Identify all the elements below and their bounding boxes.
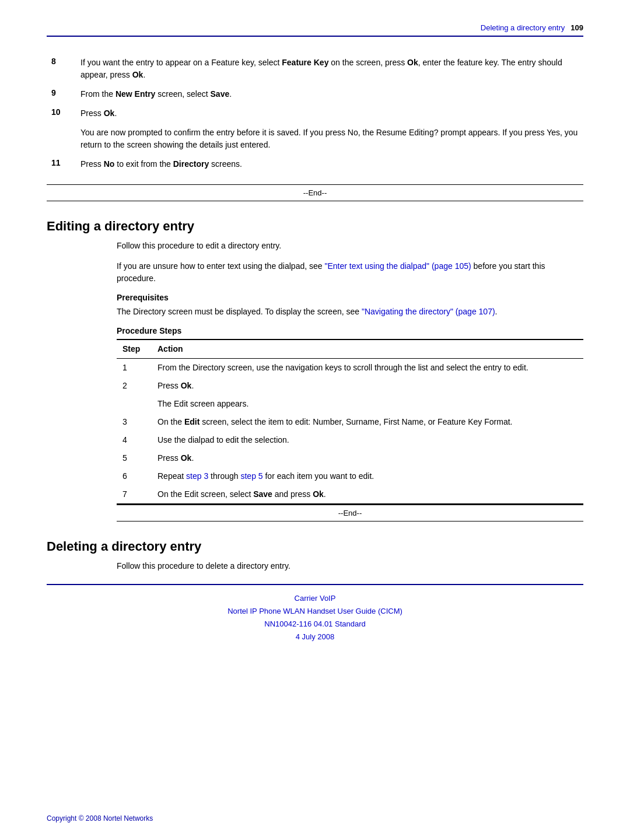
table-row: 1 From the Directory screen, use the nav… (117, 359, 583, 377)
editing-dialpad-note: If you are unsure how to enter text usin… (117, 260, 583, 285)
page: Deleting a directory entry 109 8 If you … (0, 0, 630, 840)
footer-line2: Nortel IP Phone WLAN Handset User Guide … (47, 605, 583, 618)
table-row: 10 Press Ok. (47, 105, 583, 124)
end-marker-editing: --End-- (117, 505, 583, 522)
step-number: 1 (117, 359, 152, 377)
table-header-row: Step Action (117, 340, 583, 359)
copyright-text: Copyright © 2008 Nortel Networks (47, 814, 153, 822)
prerequisites-content: The Directory screen must be displayed. … (117, 306, 583, 318)
step-number: 5 (117, 449, 152, 467)
editing-section: Editing a directory entry Follow this pr… (47, 219, 583, 522)
table-row: 4 Use the dialpad to edit the selection. (117, 431, 583, 449)
step-content: If you want the entry to appear on a Fea… (76, 54, 583, 86)
step-content: Press Ok. (76, 105, 583, 124)
col-header-step: Step (117, 340, 152, 359)
step3-link[interactable]: step 3 (186, 471, 208, 481)
table-row: 7 On the Edit screen, select Save and pr… (117, 485, 583, 504)
step-action: On the Edit screen, select the item to e… (152, 413, 583, 431)
step-action: Repeat step 3 through step 5 for each it… (152, 467, 583, 485)
deleting-section-title: Deleting a directory entry (47, 539, 583, 554)
page-header: Deleting a directory entry 109 (47, 23, 583, 37)
table-row: 8 If you want the entry to appear on a F… (47, 54, 583, 86)
step-number: 2 (117, 377, 152, 395)
end-label: --End-- (303, 188, 327, 197)
footer-line3: NN10042-116 04.01 Standard (47, 618, 583, 631)
step5-link[interactable]: step 5 (240, 471, 262, 481)
footer-content: Carrier VoIP Nortel IP Phone WLAN Handse… (47, 592, 583, 643)
table-row: 9 From the New Entry screen, select Save… (47, 86, 583, 105)
procedure-table: Step Action 1 From the Directory screen,… (117, 339, 583, 505)
table-row: 6 Repeat step 3 through step 5 for each … (117, 467, 583, 485)
table-row: 3 On the Edit screen, select the item to… (117, 413, 583, 431)
procedure-steps-heading: Procedure Steps (117, 326, 583, 335)
step-number (47, 124, 76, 156)
step-number: 3 (117, 413, 152, 431)
prerequisites-heading: Prerequisites (117, 293, 583, 302)
step-action: Press Ok. (152, 449, 583, 467)
step-number (117, 395, 152, 413)
step-content: You are now prompted to confirm the entr… (76, 124, 583, 156)
step-action: From the Directory screen, use the navig… (152, 359, 583, 377)
step-content: Press No to exit from the Directory scre… (76, 156, 583, 175)
deleting-section: Deleting a directory entry Follow this p… (47, 539, 583, 572)
footer-line4: 4 July 2008 (47, 631, 583, 643)
col-header-action: Action (152, 340, 583, 359)
end-marker-top: --End-- (47, 184, 583, 201)
top-steps-table: 8 If you want the entry to appear on a F… (47, 54, 583, 175)
table-row: 2 Press Ok. (117, 377, 583, 395)
step-number: 11 (47, 156, 76, 175)
step-action: The Edit screen appears. (152, 395, 583, 413)
footer-line1: Carrier VoIP (47, 592, 583, 605)
table-row: You are now prompted to confirm the entr… (47, 124, 583, 156)
table-row: 5 Press Ok. (117, 449, 583, 467)
dialpad-link[interactable]: "Enter text using the dialpad" (page 105… (324, 261, 471, 271)
step-content: From the New Entry screen, select Save. (76, 86, 583, 105)
step-action: Use the dialpad to edit the selection. (152, 431, 583, 449)
editing-intro: Follow this procedure to edit a director… (117, 240, 583, 252)
footer-divider (47, 584, 583, 585)
table-row: The Edit screen appears. (117, 395, 583, 413)
step-number: 9 (47, 86, 76, 105)
step-number: 6 (117, 467, 152, 485)
step-number: 10 (47, 105, 76, 124)
step-action: On the Edit screen, select Save and pres… (152, 485, 583, 504)
header-link[interactable]: Deleting a directory entry (481, 23, 565, 32)
deleting-intro: Follow this procedure to delete a direct… (117, 560, 583, 572)
table-row: 11 Press No to exit from the Directory s… (47, 156, 583, 175)
page-number: 109 (570, 23, 583, 32)
procedure-table-wrapper: Step Action 1 From the Directory screen,… (117, 339, 583, 522)
step-number: 8 (47, 54, 76, 86)
step-action: Press Ok. (152, 377, 583, 395)
end-label: --End-- (338, 509, 362, 517)
navigating-link[interactable]: "Navigating the directory" (page 107) (362, 307, 495, 316)
step-number: 7 (117, 485, 152, 504)
step-number: 4 (117, 431, 152, 449)
editing-section-title: Editing a directory entry (47, 219, 583, 234)
